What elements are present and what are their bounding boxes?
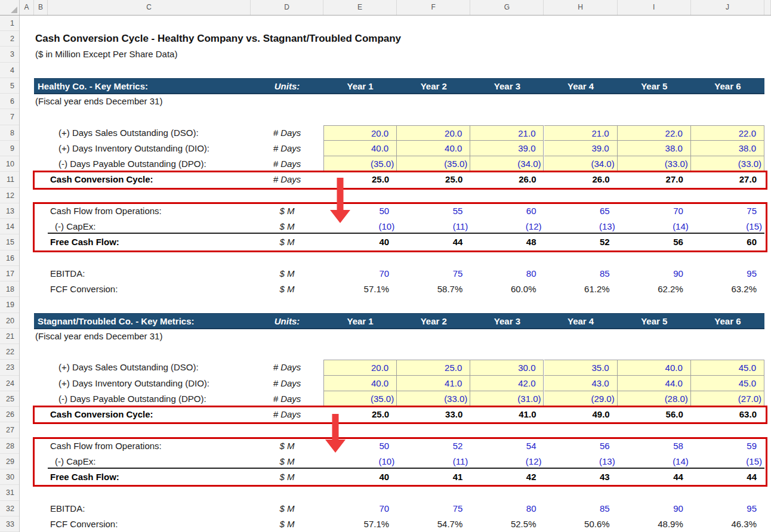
- row-header-18[interactable]: 18: [0, 282, 19, 297]
- metric-value-cell[interactable]: 52: [544, 234, 618, 250]
- row-header-29[interactable]: 29: [0, 454, 19, 469]
- metric-units-cell[interactable]: # Days: [251, 172, 323, 187]
- metric-value-cell[interactable]: (29.0): [544, 391, 618, 407]
- metric-value-cell[interactable]: 50: [323, 203, 397, 219]
- metric-value-cell[interactable]: 21.0: [544, 125, 618, 141]
- metric-label-cell[interactable]: FCF Conversion:: [50, 282, 118, 297]
- metric-label-cell[interactable]: (+) Days Inventory Outstanding (DIO):: [58, 141, 209, 156]
- metric-value-cell[interactable]: 38.0: [618, 141, 691, 156]
- column-header-D[interactable]: D: [251, 0, 323, 15]
- metric-value-cell[interactable]: 85: [544, 266, 618, 282]
- metric-value-cell[interactable]: 65: [544, 203, 618, 219]
- metric-value-cell[interactable]: (34.0): [470, 156, 544, 172]
- row-header-21[interactable]: 21: [0, 329, 19, 344]
- metric-value-cell[interactable]: 54.7%: [397, 516, 470, 532]
- metric-value-cell[interactable]: 75: [397, 501, 470, 516]
- row-header-33[interactable]: 33: [0, 516, 19, 532]
- metric-label-cell[interactable]: FCF Conversion:: [50, 516, 118, 532]
- metric-value-cell[interactable]: 27.0: [691, 172, 764, 187]
- metric-value-cell[interactable]: (35.0): [323, 391, 397, 407]
- metric-value-cell[interactable]: 33.0: [397, 407, 470, 422]
- row-header-2[interactable]: 2: [0, 31, 19, 47]
- metric-value-cell[interactable]: 44.0: [618, 376, 691, 391]
- row-header-10[interactable]: 10: [0, 156, 19, 172]
- metric-label-cell[interactable]: Cash Conversion Cycle:: [50, 407, 153, 422]
- metric-value-cell[interactable]: 70: [323, 501, 397, 516]
- metric-value-cell[interactable]: 44: [691, 469, 764, 485]
- metric-value-cell[interactable]: 57.1%: [323, 282, 397, 297]
- metric-value-cell[interactable]: 25.0: [323, 407, 397, 422]
- metric-value-cell[interactable]: 26.0: [544, 172, 618, 187]
- row-header-26[interactable]: 26: [0, 407, 19, 422]
- metric-value-cell[interactable]: 95: [691, 501, 764, 516]
- metric-units-cell[interactable]: $ M: [251, 203, 323, 219]
- metric-value-cell[interactable]: (31.0): [470, 391, 544, 407]
- row-header-5[interactable]: 5: [0, 78, 19, 94]
- section-header-bar-1[interactable]: Healthy Co. - Key Metrics:Units:Year 1Ye…: [34, 78, 764, 94]
- metric-value-cell[interactable]: 49.0: [544, 407, 618, 422]
- metric-units-cell[interactable]: # Days: [251, 407, 323, 422]
- metric-value-cell[interactable]: 21.0: [470, 125, 544, 141]
- metric-value-cell[interactable]: 48: [470, 234, 544, 250]
- metric-value-cell[interactable]: 41.0: [470, 407, 544, 422]
- metric-value-cell[interactable]: 85: [544, 501, 618, 516]
- row-header-8[interactable]: 8: [0, 125, 19, 141]
- metric-units-cell[interactable]: # Days: [251, 156, 323, 172]
- metric-label-cell[interactable]: (-) Days Payable Outstanding (DPO):: [58, 391, 206, 407]
- column-header-F[interactable]: F: [397, 0, 470, 15]
- row-header-3[interactable]: 3: [0, 47, 19, 62]
- column-header-sliver[interactable]: [764, 0, 771, 15]
- metric-value-cell[interactable]: 43: [544, 469, 618, 485]
- metric-value-cell[interactable]: 61.2%: [544, 282, 618, 297]
- fiscal-note-cell[interactable]: (Fiscal year ends December 31): [35, 329, 162, 344]
- metric-label-cell[interactable]: (+) Days Sales Outstanding (DSO):: [58, 360, 199, 375]
- metric-units-cell[interactable]: $ M: [251, 501, 323, 516]
- metric-value-cell[interactable]: 56: [618, 234, 691, 250]
- metric-value-cell[interactable]: 63.0: [691, 407, 764, 422]
- metric-value-cell[interactable]: 58: [618, 438, 691, 454]
- metric-value-cell[interactable]: 27.0: [618, 172, 691, 187]
- row-header-32[interactable]: 32: [0, 501, 19, 516]
- row-header-1[interactable]: 1: [0, 16, 19, 31]
- row-header-30[interactable]: 30: [0, 469, 19, 485]
- metric-value-cell[interactable]: (34.0): [544, 156, 618, 172]
- row-header-23[interactable]: 23: [0, 360, 19, 375]
- metric-value-cell[interactable]: 39.0: [544, 141, 618, 156]
- metric-label-cell[interactable]: Free Cash Flow:: [50, 234, 119, 250]
- metric-value-cell[interactable]: 70: [323, 266, 397, 282]
- metric-value-cell[interactable]: 20.0: [397, 125, 470, 141]
- row-header-25[interactable]: 25: [0, 391, 19, 407]
- fiscal-note-cell[interactable]: (Fiscal year ends December 31): [35, 94, 162, 109]
- column-header-C[interactable]: C: [48, 0, 251, 15]
- metric-value-cell[interactable]: 90: [618, 266, 691, 282]
- metric-units-cell[interactable]: $ M: [251, 516, 323, 532]
- metric-value-cell[interactable]: 46.3%: [691, 516, 764, 532]
- row-header-28[interactable]: 28: [0, 438, 19, 454]
- column-header-A[interactable]: A: [20, 0, 34, 15]
- metric-value-cell[interactable]: 63.2%: [691, 282, 764, 297]
- metric-value-cell[interactable]: 95: [691, 266, 764, 282]
- metric-value-cell[interactable]: 60: [470, 203, 544, 219]
- metric-value-cell[interactable]: 54: [470, 438, 544, 454]
- metric-units-cell[interactable]: $ M: [251, 282, 323, 297]
- row-header-12[interactable]: 12: [0, 188, 19, 203]
- metric-units-cell[interactable]: $ M: [251, 469, 323, 485]
- doc-title-cell[interactable]: Cash Conversion Cycle - Healthy Company …: [35, 31, 401, 47]
- metric-units-cell[interactable]: $ M: [251, 266, 323, 282]
- row-header-15[interactable]: 15: [0, 234, 19, 250]
- row-header-6[interactable]: 6: [0, 94, 19, 109]
- section-header-bar-2[interactable]: Stagnant/Troubled Co. - Key Metrics:Unit…: [34, 313, 764, 329]
- row-header-9[interactable]: 9: [0, 141, 19, 156]
- metric-value-cell[interactable]: 25.0: [397, 360, 470, 375]
- column-header-B[interactable]: B: [34, 0, 48, 15]
- metric-value-cell[interactable]: 44: [618, 469, 691, 485]
- metric-value-cell[interactable]: (28.0): [618, 391, 691, 407]
- metric-value-cell[interactable]: 58.7%: [397, 282, 470, 297]
- metric-value-cell[interactable]: 45.0: [691, 360, 764, 375]
- row-header-7[interactable]: 7: [0, 109, 19, 125]
- metric-units-cell[interactable]: $ M: [251, 234, 323, 250]
- metric-value-cell[interactable]: 35.0: [544, 360, 618, 375]
- metric-value-cell[interactable]: 40.0: [323, 376, 397, 391]
- metric-value-cell[interactable]: 62.2%: [618, 282, 691, 297]
- metric-value-cell[interactable]: 50: [323, 438, 397, 454]
